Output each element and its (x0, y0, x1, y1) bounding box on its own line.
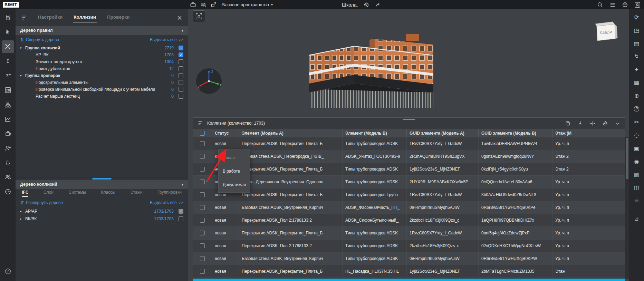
column-element-a[interactable]: Элемент (Модель А) (239, 129, 343, 137)
rule-checkbox[interactable] (179, 80, 183, 85)
splitter-drag-handle[interactable] (92, 178, 112, 180)
visibility-icon[interactable]: ◉ (632, 156, 642, 167)
row-checkbox[interactable] (200, 269, 205, 274)
row-checkbox[interactable] (200, 218, 205, 223)
plans-icon[interactable]: Ⓟ (632, 104, 642, 114)
rule-checkbox[interactable] (179, 46, 183, 50)
panel-tab[interactable]: Коллизии (73, 13, 97, 22)
collision-tab[interactable]: Классы (101, 190, 115, 197)
fit-columns-icon[interactable] (589, 120, 596, 126)
context-menu-item[interactable]: Допустимая (219, 178, 250, 191)
users-group-icon[interactable] (2, 171, 14, 183)
table-settings-icon[interactable] (602, 120, 608, 126)
table-menu-icon[interactable] (197, 120, 204, 127)
user-avatar-icon[interactable] (634, 1, 641, 8)
rule-checkbox[interactable] (179, 73, 183, 78)
charts-icon[interactable] (2, 113, 14, 125)
focus-view-button[interactable] (193, 10, 205, 22)
column-guid-b[interactable]: GUID элемента (Модель В) (479, 129, 552, 137)
refresh-view-icon[interactable]: ⟳ (632, 12, 642, 22)
rule-tree-item[interactable]: Подозрительные элементы 0 (16, 79, 188, 86)
duplicate-icon[interactable] (565, 120, 571, 126)
section-icon[interactable]: ✂ (632, 117, 642, 127)
hierarchy-icon[interactable] (2, 98, 14, 111)
row-checkbox[interactable] (200, 243, 205, 248)
table-row[interactable]: новая Перекрытие:ADSK_Перекрытие_Плита_Б… (193, 163, 625, 176)
render-image-icon[interactable]: ▤ (632, 38, 642, 49)
row-checkbox[interactable] (200, 167, 205, 172)
totals-add-icon[interactable]: Σ (2, 69, 14, 82)
table-row[interactable]: новая Базовая стена:ADSK_Внутренняя_Кирп… (193, 252, 625, 265)
workspace-selector[interactable]: Базовое пространство ▾ (221, 2, 273, 7)
cases-icon[interactable] (190, 1, 196, 8)
collision-tree-item[interactable]: ВК/ВК 1703/1703 (16, 215, 188, 223)
search-icon[interactable] (597, 1, 603, 8)
rule-tree-item[interactable]: Поиск дубликатов 12 (16, 65, 188, 72)
axes-gizmo[interactable]: Z X Y (195, 67, 223, 95)
close-panel-icon[interactable]: × (177, 14, 182, 21)
collision-tab[interactable]: Системы (69, 190, 86, 197)
rule-checkbox[interactable] (179, 94, 183, 99)
rule-tree-item[interactable]: АР_ВК 1703 (16, 51, 188, 58)
table-row[interactable]: новая Перекрытие:ADSK_Пол 2:1788133:2 Ти… (193, 240, 625, 252)
rule-tree-item[interactable]: Расчет марша лестниц 0 (16, 93, 188, 100)
column-guid-a[interactable]: GUID элемента (Модель А) (407, 129, 479, 137)
row-checkbox[interactable] (200, 192, 205, 197)
viewport-3d[interactable]: Z X Y Сзади (188, 9, 629, 281)
panel-tab[interactable]: Настройки (37, 13, 63, 22)
collisions-tree-header[interactable]: Дерево коллизий ▾ (16, 180, 188, 189)
rules-tree-header[interactable]: Дерево правил ▾ (16, 26, 188, 35)
table-row[interactable]: новая Перекрытие:ADSK_Перекрытие_Плита_Б… (193, 265, 625, 278)
collapse-tree-link[interactable]: Свернуть дерево (20, 37, 59, 42)
quick-tools-icon[interactable]: ↯ (632, 51, 642, 62)
rule-tree-item[interactable]: Группа проверок 0 (16, 72, 188, 79)
grid-view-icon[interactable]: ▦ (632, 78, 642, 88)
menu-icon[interactable] (609, 1, 616, 8)
table-row[interactable]: новая Перекрытие:ADSK_Перекрытие_Плита_Б… (193, 227, 625, 240)
collision-item-checkbox[interactable] (179, 216, 183, 221)
collision-tab[interactable]: Этажи (130, 190, 142, 197)
row-checkbox[interactable] (200, 205, 205, 210)
transparency-icon[interactable]: ▨ (632, 169, 642, 180)
hide-element-icon[interactable]: ◌ (632, 130, 642, 140)
view-cube[interactable]: Сзади (593, 21, 619, 42)
row-checkbox[interactable] (200, 154, 205, 159)
rule-checkbox[interactable] (179, 87, 183, 92)
export-model-icon[interactable] (211, 1, 217, 8)
collisions-icon[interactable] (2, 40, 14, 53)
column-element-b[interactable]: Элемент (Модель В) (343, 129, 407, 137)
panel-menu-icon[interactable] (21, 14, 28, 21)
clip-box-icon[interactable]: ◫ (632, 183, 642, 193)
add-user-icon[interactable] (2, 142, 14, 154)
settings-gear-icon[interactable] (363, 1, 370, 8)
dashboard-gauge-icon[interactable] (2, 185, 14, 198)
select-cursor-icon[interactable] (2, 26, 14, 38)
table-vertical-scrollbar[interactable] (625, 137, 629, 279)
model-tree-icon[interactable] (2, 11, 14, 24)
table-row[interactable]: новая Базовая стена:ADSK_Перегородка_ГКЛ… (193, 150, 625, 163)
collapse-panel-icon[interactable] (614, 120, 621, 126)
table-drag-handle[interactable] (403, 119, 415, 120)
markup-hand-icon[interactable] (2, 156, 14, 169)
column-floor[interactable]: Этаж (М (552, 129, 625, 137)
row-checkbox[interactable] (200, 256, 205, 261)
totals-icon[interactable]: Σ (2, 55, 14, 67)
column-status[interactable]: Статус (212, 129, 239, 137)
rule-checkbox[interactable] (179, 52, 183, 57)
language-globe-icon[interactable] (622, 1, 628, 8)
layers-icon[interactable]: ≡ (632, 196, 642, 206)
collision-tab[interactable]: IFC (22, 190, 28, 197)
table-row[interactable]: новая Базовая стена:ADSK_Внутренняя_Кирп… (193, 201, 625, 214)
expand-arrow-icon[interactable] (20, 217, 25, 221)
table-row[interactable]: новая Перекрытие:ADSK_Пол 2:1788133:2 AD… (193, 214, 625, 227)
rule-tree-item[interactable]: Проверка минимальной свободной площади с… (16, 86, 188, 93)
view-2d-icon[interactable]: 2D (2, 84, 14, 96)
collision-item-checkbox[interactable] (179, 209, 183, 214)
isolate-element-icon[interactable]: ▣ (632, 143, 642, 154)
row-checkbox[interactable] (200, 231, 205, 235)
expand-arrow-icon[interactable] (20, 74, 25, 77)
expand-arrow-icon[interactable] (20, 210, 25, 213)
help-icon[interactable]: ? (2, 265, 14, 278)
row-checkbox[interactable] (200, 180, 205, 184)
rule-tree-item[interactable]: Элемент внтури другого 1004 (16, 58, 188, 65)
